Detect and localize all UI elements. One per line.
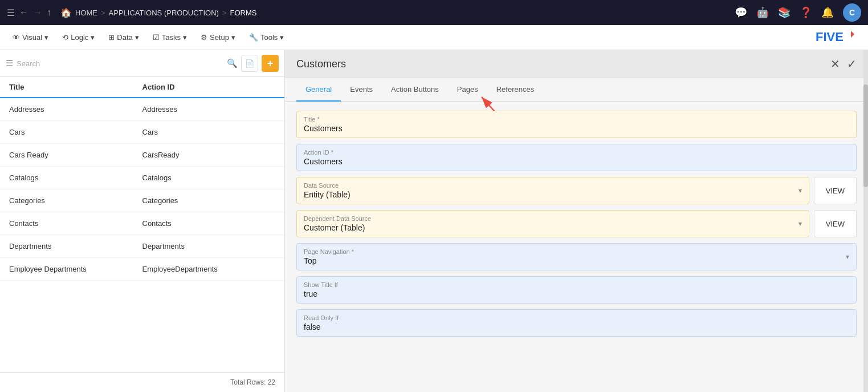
table-row[interactable]: Employee Departments EmployeeDepartments [0, 258, 284, 281]
confirm-button[interactable]: ✓ [847, 57, 857, 71]
plus-icon: + [267, 58, 274, 70]
breadcrumb: 🏠 HOME > APPLICATIONS (PRODUCTION) > FOR… [60, 7, 256, 18]
title-field[interactable]: Title * Customers [296, 111, 857, 138]
breadcrumb-sep1: > [101, 9, 105, 17]
data-source-row: Data Source Entity (Table) ▾ VIEW [296, 177, 857, 204]
table-row[interactable]: Categories Categories [0, 189, 284, 212]
action-id-field-label: Action ID * [304, 149, 849, 156]
row-action-id: Departments [142, 242, 276, 250]
chat-icon[interactable]: 💬 [735, 6, 747, 19]
table-header: Title Action ID [0, 77, 284, 98]
tab-references[interactable]: References [487, 78, 543, 102]
eye-icon: 👁 [13, 33, 20, 42]
show-title-if-field[interactable]: Show Title If true [296, 276, 857, 304]
data-menu[interactable]: ⊞ Data ▾ [103, 30, 144, 45]
bell-icon[interactable]: 🔔 [821, 6, 834, 19]
data-source-field[interactable]: Data Source Entity (Table) ▾ [296, 177, 809, 204]
show-title-if-label: Show Title If [304, 281, 849, 288]
page-navigation-value: Top [304, 256, 849, 265]
data-source-value: Entity (Table) [304, 190, 802, 199]
home-icon: 🏠 [60, 7, 72, 18]
right-header: Customers ✕ ✓ [285, 50, 868, 78]
dependent-data-source-field[interactable]: Dependent Data Source Customer (Table) ▾ [296, 210, 809, 237]
right-scrollbar[interactable] [863, 50, 868, 392]
setup-icon: ⚙ [201, 33, 207, 42]
table-row[interactable]: Cars Ready CarsReady [0, 144, 284, 167]
breadcrumb-home[interactable]: HOME [75, 9, 97, 17]
breadcrumb-forms[interactable]: FORMS [230, 9, 257, 17]
back-icon[interactable]: ← [19, 7, 28, 18]
action-id-field-value: Customers [304, 157, 849, 166]
right-panel: Customers ✕ ✓ General Events Action Butt… [285, 50, 868, 392]
data-source-label: Data Source [304, 182, 802, 189]
search-bar: ☰ 🔍 📄 + [0, 50, 284, 77]
books-icon[interactable]: 📚 [778, 6, 790, 19]
tools-label: Tools [260, 33, 278, 42]
visual-label: Visual [22, 33, 42, 42]
row-action-id: Catalogs [142, 173, 276, 182]
visual-menu[interactable]: 👁 Visual ▾ [7, 30, 54, 45]
row-action-id: Cars [142, 128, 276, 136]
data-icon: ⊞ [108, 33, 115, 42]
column-title-header: Title [9, 83, 142, 91]
tab-events[interactable]: Events [341, 78, 382, 102]
tasks-label: Tasks [162, 33, 181, 42]
table-row[interactable]: Departments Departments [0, 235, 284, 258]
row-action-id: Contacts [142, 219, 276, 228]
logic-menu[interactable]: ⟲ Logic ▾ [56, 30, 100, 45]
tab-general[interactable]: General [296, 78, 341, 102]
tasks-menu[interactable]: ☑ Tasks ▾ [147, 30, 193, 45]
tools-menu[interactable]: 🔧 Tools ▾ [243, 30, 290, 45]
row-action-id: Categories [142, 196, 276, 205]
tab-action-buttons[interactable]: Action Buttons [382, 78, 448, 102]
hamburger-menu-icon[interactable]: ☰ [7, 7, 15, 18]
row-title: Categories [9, 196, 142, 205]
action-id-field[interactable]: Action ID * Customers [296, 144, 857, 171]
row-title: Catalogs [9, 173, 142, 182]
search-icon[interactable]: 🔍 [227, 58, 238, 68]
setup-arrow: ▾ [231, 33, 235, 42]
add-button[interactable]: + [262, 55, 279, 72]
document-button[interactable]: 📄 [241, 55, 258, 72]
row-action-id: EmployeeDepartments [142, 265, 276, 273]
table-body: Addresses Addresses Cars Cars Cars Ready… [0, 98, 284, 372]
search-input[interactable] [17, 59, 223, 68]
tab-pages[interactable]: Pages [448, 78, 487, 102]
header-actions: ✕ ✓ [830, 57, 857, 71]
dependent-data-source-label: Dependent Data Source [304, 215, 802, 222]
avatar[interactable]: C [843, 3, 861, 22]
read-only-if-value: false [304, 322, 849, 332]
row-action-id: CarsReady [142, 151, 276, 159]
breadcrumb-sep2: > [222, 9, 227, 17]
up-icon[interactable]: ↑ [47, 7, 51, 18]
row-action-id: Addresses [142, 105, 276, 114]
tabs-bar: General Events Action Buttons Pages Refe… [285, 78, 868, 102]
page-navigation-field[interactable]: Page Navigation * Top ▾ [296, 243, 857, 270]
dependent-data-source-view-button[interactable]: VIEW [814, 210, 857, 237]
svg-marker-1 [851, 31, 854, 38]
close-button[interactable]: ✕ [830, 57, 840, 71]
document-icon: 📄 [245, 59, 254, 68]
tasks-arrow: ▾ [183, 33, 187, 42]
data-source-view-button[interactable]: VIEW [814, 177, 857, 204]
forward-icon[interactable]: → [33, 7, 42, 18]
read-only-if-field[interactable]: Read Only If false [296, 309, 857, 337]
five-logo: FIVE [816, 29, 861, 46]
setup-menu[interactable]: ⚙ Setup ▾ [195, 30, 241, 45]
right-scrollbar-thumb [863, 84, 868, 187]
data-source-dropdown-icon: ▾ [798, 187, 802, 195]
form-area: Title * Customers Action ID * Customers … [285, 102, 868, 392]
table-row[interactable]: Addresses Addresses [0, 98, 284, 121]
logic-label: Logic [71, 33, 88, 42]
robot-icon[interactable]: 🤖 [756, 6, 769, 19]
title-field-value: Customers [304, 124, 849, 133]
table-row[interactable]: Catalogs Catalogs [0, 167, 284, 189]
main-content: ☰ 🔍 📄 + Title Action ID Addresses Addres… [0, 50, 868, 392]
table-footer: Total Rows: 22 [0, 372, 284, 392]
breadcrumb-applications[interactable]: APPLICATIONS (PRODUCTION) [109, 9, 219, 17]
help-icon[interactable]: ❓ [800, 6, 812, 19]
logic-arrow: ▾ [91, 33, 95, 42]
table-row[interactable]: Cars Cars [0, 121, 284, 144]
table-row[interactable]: Contacts Contacts [0, 212, 284, 235]
data-label: Data [117, 33, 132, 42]
